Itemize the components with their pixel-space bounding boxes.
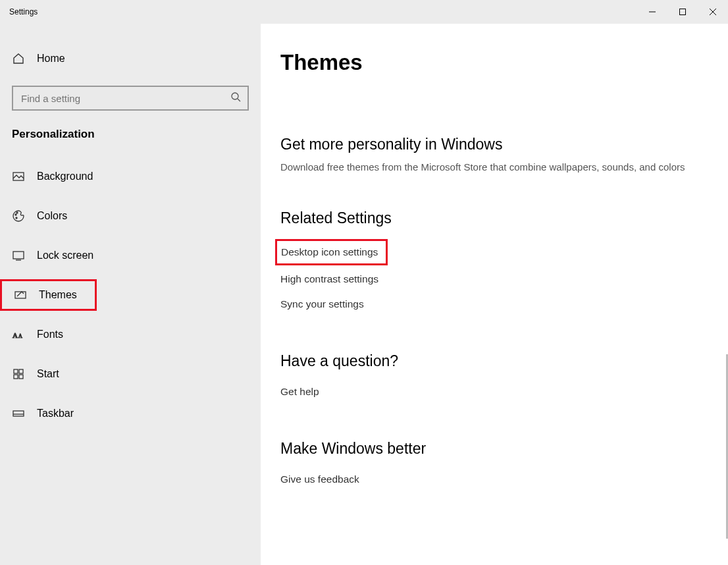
svg-point-4	[232, 93, 238, 99]
link-high-contrast-settings[interactable]: High contrast settings	[280, 267, 708, 292]
window-controls	[637, 0, 728, 24]
sidebar-item-label: Themes	[39, 289, 77, 301]
home-icon	[12, 52, 25, 65]
nav-items: Background Colors Lock screen Themes	[0, 161, 261, 429]
titlebar: Settings	[0, 0, 728, 24]
svg-rect-18	[19, 375, 23, 379]
section-heading: Related Settings	[280, 209, 708, 227]
taskbar-icon	[12, 407, 25, 420]
sidebar-item-themes[interactable]: Themes	[0, 279, 97, 311]
themes-icon	[14, 288, 27, 302]
link-desktop-icon-settings[interactable]: Desktop icon settings	[275, 239, 388, 265]
section-description: Download free themes from the Microsoft …	[280, 160, 695, 174]
svg-line-5	[238, 99, 240, 101]
colors-icon	[12, 209, 25, 223]
section-heading: Make Windows better	[280, 440, 708, 458]
sidebar-item-colors[interactable]: Colors	[0, 200, 261, 232]
svg-rect-1	[680, 9, 686, 15]
sidebar-item-label: Lock screen	[37, 250, 93, 261]
svg-rect-19	[13, 411, 24, 416]
svg-point-8	[16, 212, 18, 213]
sidebar-item-lockscreen[interactable]: Lock screen	[0, 240, 261, 271]
link-get-help[interactable]: Get help	[280, 379, 708, 404]
section-related: Related Settings Desktop icon settings H…	[280, 209, 708, 317]
close-button[interactable]	[698, 0, 728, 24]
window-title: Settings	[0, 7, 38, 16]
link-give-feedback[interactable]: Give us feedback	[280, 467, 708, 492]
maximize-button[interactable]	[667, 0, 698, 24]
sidebar-item-start[interactable]: Start	[0, 358, 261, 390]
lockscreen-icon	[12, 249, 25, 262]
svg-point-9	[16, 217, 17, 219]
sidebar-item-fonts[interactable]: AA Fonts	[0, 319, 261, 350]
sidebar-item-label: Start	[37, 368, 59, 380]
home-nav[interactable]: Home	[0, 43, 261, 74]
sidebar: Home Personalization Background	[0, 24, 261, 565]
sidebar-item-label: Fonts	[37, 329, 63, 340]
svg-rect-10	[13, 252, 24, 259]
svg-text:A: A	[18, 333, 22, 339]
background-icon	[12, 170, 25, 183]
section-heading: Have a question?	[280, 352, 708, 370]
section-personality: Get more personality in Windows Download…	[280, 136, 708, 174]
home-label: Home	[37, 53, 65, 65]
start-icon	[12, 367, 25, 381]
sidebar-item-label: Background	[37, 171, 93, 182]
page-title: Themes	[280, 50, 708, 75]
svg-point-7	[15, 214, 16, 215]
search-box[interactable]	[12, 86, 249, 111]
svg-rect-17	[14, 375, 18, 379]
svg-text:A: A	[13, 331, 18, 339]
search-icon	[230, 92, 241, 105]
link-sync-your-settings[interactable]: Sync your settings	[280, 292, 708, 317]
svg-rect-15	[14, 369, 18, 373]
svg-rect-16	[19, 369, 23, 373]
main-content: Themes Get more personality in Windows D…	[261, 24, 728, 565]
minimize-button[interactable]	[637, 0, 667, 24]
section-heading: Get more personality in Windows	[280, 136, 708, 153]
sidebar-item-taskbar[interactable]: Taskbar	[0, 398, 261, 429]
search-input[interactable]	[21, 93, 230, 104]
section-better: Make Windows better Give us feedback	[280, 440, 708, 492]
sidebar-item-background[interactable]: Background	[0, 161, 261, 192]
section-question: Have a question? Get help	[280, 352, 708, 404]
sidebar-item-label: Taskbar	[37, 408, 74, 419]
fonts-icon: AA	[12, 328, 25, 341]
sidebar-item-label: Colors	[37, 210, 67, 222]
category-heading: Personalization	[0, 111, 261, 141]
